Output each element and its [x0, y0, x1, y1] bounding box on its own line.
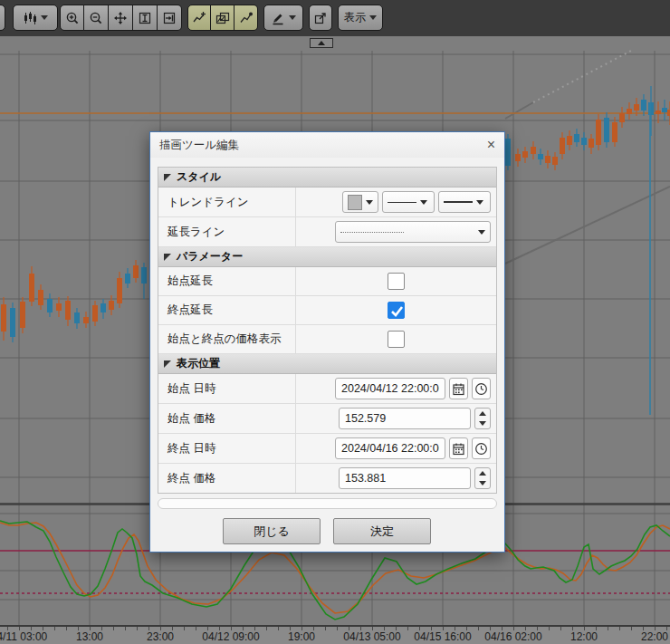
end-time-picker-button[interactable] [472, 437, 491, 459]
dotted-line-preview [340, 232, 404, 233]
show-prices-row: 始点と終点の価格表示 [158, 325, 496, 354]
arrow-down-icon [479, 421, 486, 426]
end-price-label: 終点 価格 [158, 464, 296, 493]
clock-icon [474, 382, 488, 396]
edit-drawing-button[interactable] [234, 5, 258, 31]
start-price-stepper [474, 408, 491, 429]
chevron-down-icon [369, 15, 377, 20]
end-extend-checkbox[interactable] [388, 302, 405, 319]
color-swatch [348, 195, 362, 210]
arrow-up-icon [479, 411, 486, 416]
end-price-row: 終点 価格 [158, 464, 496, 493]
end-datetime-input[interactable] [335, 437, 445, 459]
close-icon[interactable]: × [487, 138, 495, 152]
check-icon [388, 303, 406, 320]
chevron-down-icon [366, 200, 373, 205]
start-price-row: 始点 価格 [158, 404, 496, 434]
candlestick-icon [23, 11, 37, 25]
chart-type-button[interactable] [13, 5, 58, 31]
chart-marker-icon [239, 11, 254, 25]
start-price-input[interactable] [339, 408, 471, 429]
zoom-button-group [60, 5, 182, 31]
section-header-position[interactable]: 表示位置 [158, 354, 496, 374]
toolbar: 表示 [0, 0, 670, 36]
start-price-label: 始点 価格 [158, 404, 296, 433]
section-expander-icon [164, 174, 171, 181]
start-extend-label: 始点延長 [158, 267, 296, 295]
scroll-to-latest-button[interactable] [158, 5, 182, 31]
extension-line-row: 延長ライン [158, 217, 496, 247]
calendar-icon [452, 382, 465, 396]
display-menu-button[interactable]: 表示 [338, 5, 383, 31]
step-up-button[interactable] [475, 409, 490, 418]
end-date-picker-button[interactable] [449, 437, 468, 459]
line-width-preview [444, 201, 473, 203]
section-header-style[interactable]: スタイル [158, 168, 496, 187]
chevron-down-icon [476, 200, 483, 205]
add-drawing-button[interactable] [187, 5, 211, 31]
fit-arrows-icon [113, 11, 128, 25]
end-price-stepper [474, 467, 491, 489]
end-extend-label: 終点延長 [158, 296, 296, 324]
line-width-select[interactable] [438, 191, 491, 213]
end-price-input[interactable] [339, 467, 471, 489]
chevron-down-icon [420, 200, 427, 205]
arrow-down-icon [479, 481, 486, 485]
start-date-picker-button[interactable] [449, 378, 468, 399]
show-prices-checkbox[interactable] [388, 331, 405, 348]
end-datetime-row: 終点 日時 [158, 434, 496, 464]
property-table: スタイル トレンドライン 延長ライン [158, 167, 497, 494]
ok-button[interactable]: 決定 [333, 518, 431, 544]
section-expander-icon [164, 360, 171, 368]
section-title: パラメーター [177, 249, 243, 264]
step-up-button[interactable] [475, 468, 490, 478]
fit-chart-button[interactable] [109, 5, 133, 31]
line-style-select[interactable] [382, 191, 435, 213]
start-datetime-label: 始点 日時 [158, 374, 296, 403]
drawing-button-group [187, 5, 258, 31]
popout-icon [313, 11, 328, 25]
fit-vertical-button[interactable] [133, 5, 158, 31]
time-axis: 04/11 03:0013:0023:0004/12 09:0019:0004/… [0, 625, 670, 644]
zoom-in-icon [65, 11, 80, 25]
dialog-title: 描画ツール編集 [159, 138, 239, 153]
pen-tool-button[interactable] [263, 5, 303, 31]
calendar-icon [452, 442, 465, 456]
start-time-picker-button[interactable] [472, 378, 491, 399]
line-style-preview [388, 202, 416, 203]
chevron-up-icon [318, 41, 325, 45]
toolbar-partial-button[interactable] [0, 5, 5, 31]
end-extend-row: 終点延長 [158, 296, 496, 325]
close-button[interactable]: 閉じる [223, 518, 321, 544]
section-expander-icon [164, 254, 171, 261]
clock-icon [474, 442, 488, 456]
vertical-range-icon [138, 11, 152, 25]
show-prices-label: 始点と終点の価格表示 [158, 325, 296, 353]
display-menu-label: 表示 [344, 10, 366, 25]
zoom-out-button[interactable] [84, 5, 109, 31]
chevron-down-icon [478, 230, 485, 235]
chevron-down-icon [41, 15, 48, 20]
start-extend-checkbox[interactable] [388, 273, 405, 290]
step-down-button[interactable] [475, 418, 490, 428]
trend-line-label: トレンドライン [158, 187, 296, 216]
line-color-select[interactable] [342, 191, 378, 213]
section-title: スタイル [177, 169, 221, 185]
x-axis-label: 22:00 [613, 630, 670, 643]
section-title: 表示位置 [177, 356, 220, 371]
start-datetime-input[interactable] [335, 378, 445, 399]
pencil-icon [271, 11, 285, 25]
chart-collapse-tab[interactable] [310, 38, 333, 48]
chart-overlay-icon [215, 11, 230, 25]
zoom-in-button[interactable] [60, 5, 84, 31]
drawing-list-button[interactable] [211, 5, 234, 31]
dialog-titlebar[interactable]: 描画ツール編集 × [150, 132, 504, 158]
section-header-params[interactable]: パラメーター [158, 247, 496, 267]
popout-window-button[interactable] [309, 5, 332, 31]
chevron-down-icon [289, 15, 296, 20]
arrow-to-right-icon [162, 11, 177, 25]
extension-style-select[interactable] [335, 221, 491, 243]
horizontal-scrollbar[interactable] [158, 498, 497, 509]
step-down-button[interactable] [475, 478, 490, 488]
extension-line-label: 延長ライン [158, 217, 296, 246]
